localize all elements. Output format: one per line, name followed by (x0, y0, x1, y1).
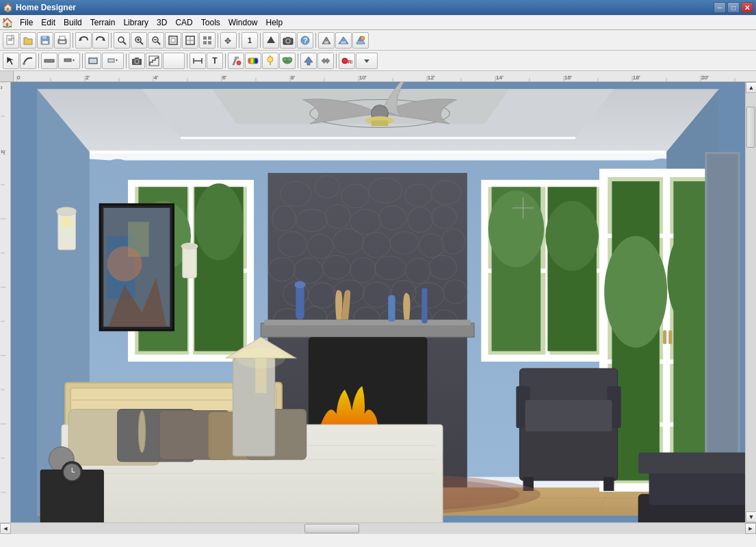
svg-point-192 (294, 281, 305, 288)
svg-text:20': 20' (701, 75, 709, 81)
close-button[interactable]: ✕ (741, 2, 753, 13)
title-bar-controls: ─ □ ✕ (714, 2, 753, 13)
menu-file[interactable]: File (16, 16, 37, 29)
record-button[interactable]: REC (339, 53, 355, 69)
svg-marker-47 (116, 59, 118, 62)
svg-point-11 (118, 37, 124, 42)
dimension-tool[interactable] (190, 53, 206, 69)
svg-marker-69 (364, 59, 369, 63)
3d-view-button[interactable] (352, 32, 369, 49)
scrollbar-vertical[interactable]: ▲ ▼ (745, 82, 756, 522)
scroll-right-arrow[interactable]: ► (745, 523, 756, 534)
text-tool[interactable]: T (207, 53, 223, 69)
camera-button[interactable] (280, 32, 296, 49)
transform-tool[interactable] (317, 53, 334, 69)
curve-tool[interactable] (20, 53, 36, 69)
redo-button[interactable] (92, 32, 109, 49)
stairs-dropdown[interactable] (163, 53, 185, 69)
camera-tool[interactable] (129, 53, 145, 69)
scroll-down-arrow[interactable]: ▼ (746, 511, 756, 522)
svg-rect-51 (149, 56, 159, 66)
menu-window[interactable]: Window (224, 16, 262, 29)
minimize-button[interactable]: ─ (714, 2, 726, 13)
zoom-glass-button[interactable] (114, 32, 130, 49)
arrow-up-tool[interactable] (300, 53, 317, 69)
viewport-3d[interactable] (11, 82, 745, 522)
zoom-in-button[interactable] (131, 32, 147, 49)
select-tool[interactable] (3, 53, 19, 69)
sep11 (225, 53, 226, 68)
svg-rect-5 (42, 41, 48, 44)
room-dropdown[interactable] (102, 53, 124, 69)
ruler-vertical: 0 2' (0, 82, 11, 522)
undo-button[interactable] (75, 32, 92, 49)
open-button[interactable] (20, 32, 36, 49)
sep13 (336, 53, 337, 68)
svg-rect-8 (60, 41, 65, 43)
sep3 (218, 33, 218, 48)
materials-tool[interactable] (245, 53, 261, 69)
sep8 (82, 53, 83, 68)
wall-dropdown[interactable] (58, 53, 80, 69)
svg-rect-127 (372, 120, 389, 126)
menu-terrain[interactable]: Terrain (86, 16, 120, 29)
menu-cad[interactable]: CAD (171, 16, 196, 29)
ruler-horizontal: 0 2' 4' 6' 8' 10' 12' 14' 16' 18' 20' (0, 71, 756, 82)
up-arrow-button[interactable] (263, 32, 279, 49)
zoom-out-button[interactable] (148, 32, 164, 49)
svg-rect-27 (203, 41, 207, 44)
app-small-icon: 🏠 (1, 17, 13, 28)
plan-view-button[interactable] (182, 32, 198, 49)
scroll-up-arrow[interactable]: ▲ (746, 82, 756, 93)
scroll-track-horizontal[interactable] (11, 523, 745, 534)
svg-rect-20 (169, 36, 177, 44)
menu-build[interactable]: Build (60, 16, 86, 29)
sep9 (126, 53, 127, 68)
grid-button[interactable] (199, 32, 216, 49)
stairs-tool[interactable] (146, 53, 162, 69)
scroll-left-arrow[interactable]: ◄ (0, 523, 11, 534)
svg-rect-46 (108, 59, 114, 62)
svg-rect-37 (341, 41, 346, 44)
svg-rect-227 (663, 330, 666, 344)
room-tool[interactable] (85, 53, 101, 69)
move-button[interactable]: ✥ (220, 32, 237, 49)
svg-point-257 (138, 410, 145, 452)
print-button[interactable] (54, 32, 70, 49)
svg-rect-235 (525, 400, 612, 431)
floor-plan-button[interactable] (318, 32, 335, 49)
fixture-tool[interactable] (262, 53, 278, 69)
svg-text:REC: REC (348, 59, 352, 65)
rec-dropdown[interactable] (356, 53, 378, 69)
scroll-track-vertical[interactable] (746, 93, 756, 511)
save-button[interactable] (37, 32, 53, 49)
menu-help[interactable]: Help (261, 16, 287, 29)
svg-rect-259 (233, 358, 274, 456)
svg-point-207 (57, 207, 77, 215)
scroll-thumb-horizontal[interactable] (304, 524, 359, 533)
sep12 (298, 53, 298, 68)
svg-point-65 (287, 57, 292, 62)
svg-rect-21 (171, 38, 175, 42)
maximize-button[interactable]: □ (727, 2, 740, 13)
svg-text:2': 2' (86, 75, 90, 81)
new-button[interactable] (3, 32, 19, 49)
svg-line-14 (140, 42, 143, 44)
scroll-thumb-vertical[interactable] (746, 107, 755, 148)
paint-tool[interactable] (228, 53, 244, 69)
menu-library[interactable]: Library (119, 16, 153, 29)
plant-tool[interactable] (279, 53, 296, 69)
status-bar (0, 533, 756, 547)
scrollbar-horizontal[interactable]: ◄ ► (0, 522, 756, 533)
menu-tools[interactable]: Tools (197, 16, 224, 29)
menu-3d[interactable]: 3D (153, 16, 171, 29)
wall-tool[interactable] (41, 53, 57, 69)
svg-marker-44 (73, 59, 75, 62)
menu-edit[interactable]: Edit (37, 16, 60, 29)
help-button[interactable]: ? (297, 32, 313, 49)
number-1-button[interactable]: 1 (242, 32, 258, 49)
svg-rect-26 (208, 36, 211, 40)
fit-button[interactable] (165, 32, 181, 49)
svg-rect-193 (421, 289, 427, 323)
exterior-button[interactable] (335, 32, 352, 49)
